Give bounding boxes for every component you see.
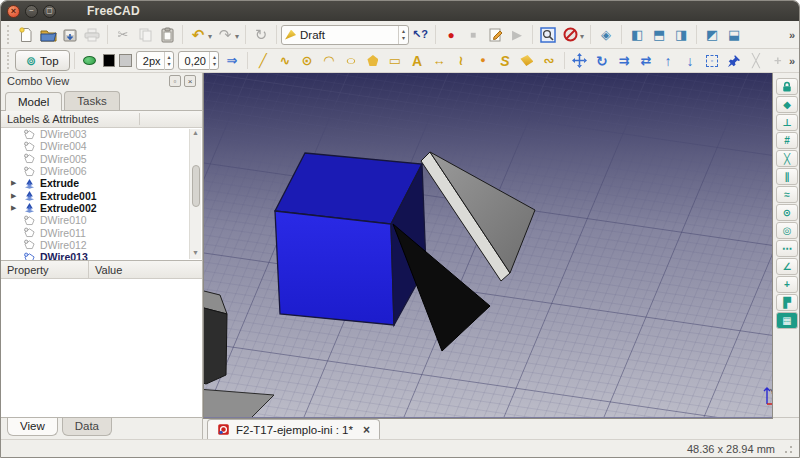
window-close-button[interactable]: ×	[7, 5, 20, 18]
text-scale-spin-arrows[interactable]: ▴▾	[209, 52, 216, 70]
navigation-style-button[interactable]	[559, 24, 581, 46]
tree-item-dwire004[interactable]: DWire004	[1, 140, 202, 152]
draft-rotate-button[interactable]: ↻	[591, 51, 613, 71]
open-document-button[interactable]	[37, 24, 59, 46]
snap-near-button[interactable]: ≈	[776, 186, 798, 203]
snap-parallel-button[interactable]: ∥	[776, 168, 798, 185]
draft-text-button[interactable]: A	[406, 51, 428, 71]
view-rear-button[interactable]: ◩	[701, 24, 723, 46]
tree-item-dwire013[interactable]: DWire013	[1, 251, 202, 261]
toolbar-grip[interactable]	[7, 25, 11, 44]
draft-wire-button[interactable]: ∿	[274, 51, 296, 71]
panel-float-button[interactable]: ▫	[169, 75, 181, 87]
draft-trimex-button[interactable]: ⇄	[635, 51, 657, 71]
property-table-body[interactable]	[1, 279, 202, 417]
scroll-down-icon[interactable]: ▼	[192, 249, 199, 259]
panel-close-button[interactable]: ×	[184, 75, 196, 87]
line-width-spinner[interactable]: 2px ▴▾	[136, 51, 174, 70]
macro-edit-button[interactable]	[484, 24, 506, 46]
tree-item-extrude002[interactable]: ▶Extrude002	[1, 202, 202, 214]
snap-dimensions-button[interactable]: ⋯	[776, 240, 798, 257]
draft-offset-button[interactable]: ⇉	[613, 51, 635, 71]
line-color-swatch[interactable]	[103, 54, 116, 67]
snap-working-plane-button[interactable]: ▛	[776, 294, 798, 311]
tree-item-dwire010[interactable]: DWire010	[1, 214, 202, 226]
print-button[interactable]	[81, 24, 103, 46]
line-width-spin-arrows[interactable]: ▴▾	[164, 52, 171, 70]
snap-lock-button[interactable]	[776, 78, 798, 95]
text-scale-spinner[interactable]: 0,20 ▴▾	[178, 51, 219, 70]
construction-mode-button[interactable]	[79, 51, 101, 71]
tree-scrollbar[interactable]: ▲ ▼	[189, 129, 201, 259]
view-top-button[interactable]: ⬒	[648, 24, 670, 46]
snap-angle-button[interactable]: ∠	[776, 258, 798, 275]
view-axonometric-button[interactable]: ◈	[595, 24, 617, 46]
snap-center-button[interactable]: ◎	[776, 222, 798, 239]
cut-button[interactable]: ✂	[112, 24, 134, 46]
toolbar-grip[interactable]	[7, 52, 11, 68]
window-maximize-button[interactable]: ◻	[43, 5, 56, 18]
draft-edit-button[interactable]	[723, 51, 745, 71]
redo-button[interactable]: ↷	[214, 24, 236, 46]
view-front-button[interactable]: ◧	[626, 24, 648, 46]
snap-grid-button[interactable]: #	[776, 132, 798, 149]
undo-button[interactable]: ↶	[187, 24, 209, 46]
tab-model[interactable]: Model	[5, 92, 62, 111]
apply-style-button[interactable]: ⇒	[221, 51, 243, 71]
new-document-button[interactable]	[15, 24, 37, 46]
snap-ortho-button[interactable]: ⊙	[776, 204, 798, 221]
tab-tasks[interactable]: Tasks	[64, 91, 119, 110]
snap-midpoint-button[interactable]: ⊥	[776, 114, 798, 131]
view-right-button[interactable]: ◨	[670, 24, 692, 46]
draft-point-button[interactable]: ●	[472, 51, 494, 71]
workbench-selector[interactable]: Draft ▴▾	[281, 25, 409, 45]
tree-item-extrude[interactable]: ▶Extrude	[1, 177, 202, 189]
draft-scale-button[interactable]: ▫	[701, 51, 723, 71]
paste-button[interactable]	[156, 24, 178, 46]
tab-data[interactable]: Data	[62, 418, 112, 436]
draft-upgrade-button[interactable]: ↑	[657, 51, 679, 71]
document-close-icon[interactable]: ×	[363, 423, 370, 437]
expander-icon[interactable]: ▶	[11, 204, 21, 212]
draft-arc-button[interactable]: ◠	[318, 51, 340, 71]
draft-facebinder-button[interactable]	[516, 51, 538, 71]
save-button[interactable]	[59, 24, 81, 46]
draft-rectangle-button[interactable]: ▭	[384, 51, 406, 71]
window-minimize-button[interactable]: −	[25, 5, 38, 18]
draft-downgrade-button[interactable]: ↓	[679, 51, 701, 71]
workbench-spinner[interactable]: ▴▾	[398, 26, 405, 44]
resize-grip[interactable]	[783, 444, 793, 454]
draft-addpoint-button[interactable]: +	[767, 51, 789, 71]
tree-item-dwire005[interactable]: DWire005	[1, 153, 202, 165]
zoom-selection-button[interactable]	[537, 24, 559, 46]
scroll-up-icon[interactable]: ▲	[192, 129, 199, 139]
draft-dimension-button[interactable]: ↔	[428, 51, 450, 71]
view-bottom-button[interactable]: ⬓	[723, 24, 745, 46]
tab-view[interactable]: View	[7, 418, 58, 436]
snap-intersection-button[interactable]: ╳	[776, 150, 798, 167]
refresh-button[interactable]: ↻	[250, 24, 272, 46]
draft-polygon-button[interactable]	[362, 51, 384, 71]
draft-circle-button[interactable]: ⊙	[296, 51, 318, 71]
scrollbar-thumb[interactable]	[192, 165, 200, 207]
document-tab[interactable]: F2-T17-ejemplo-ini : 1* ×	[207, 419, 380, 439]
tree-item-dwire012[interactable]: DWire012	[1, 239, 202, 251]
expander-icon[interactable]: ▶	[11, 192, 21, 200]
draft-move-button[interactable]	[569, 51, 591, 71]
snap-special-button[interactable]: +	[776, 276, 798, 293]
macro-stop-button[interactable]: ■	[462, 24, 484, 46]
draft-bspline-button[interactable]: ≀	[450, 51, 472, 71]
tree-item-dwire003[interactable]: DWire003	[1, 128, 202, 140]
toggle-grid-button[interactable]: ▦	[776, 312, 798, 329]
snap-endpoint-button[interactable]: ◆	[776, 96, 798, 113]
draft-heal-button[interactable]: ╳	[745, 51, 767, 71]
whats-this-button[interactable]: ↖?	[409, 24, 431, 46]
tree-item-dwire006[interactable]: DWire006	[1, 165, 202, 177]
macro-play-button[interactable]: ▶	[506, 24, 528, 46]
working-plane-button[interactable]: ⊚ Top	[15, 50, 70, 71]
copy-button[interactable]	[134, 24, 156, 46]
draft-bezier-button[interactable]: ∾	[538, 51, 560, 71]
draft-ellipse-button[interactable]: ○	[340, 51, 362, 71]
toolbar-overflow-button[interactable]: »	[789, 55, 795, 67]
draft-shapestring-button[interactable]: S	[494, 51, 516, 71]
